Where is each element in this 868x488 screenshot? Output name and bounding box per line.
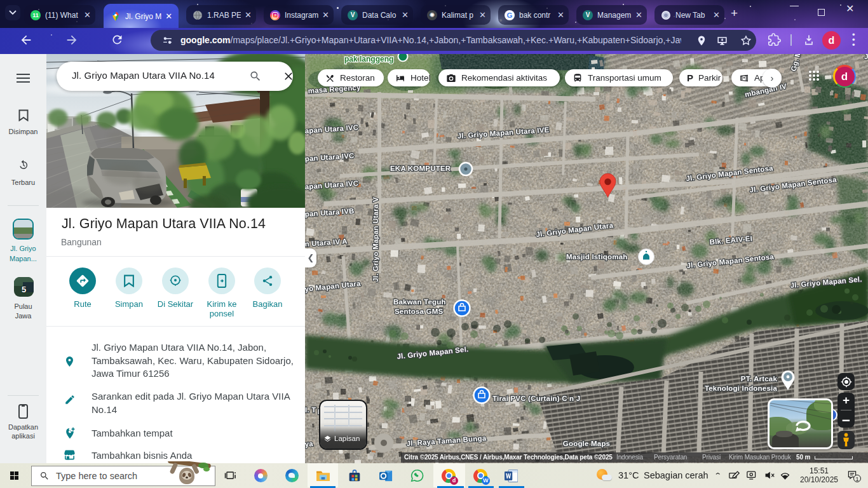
svg-text:apan Utara IVC: apan Utara IVC (305, 123, 359, 135)
svg-text:l. T: l. T (305, 406, 316, 414)
svg-text:ya: ya (305, 440, 314, 448)
svg-text:PT. Artcak: PT. Artcak (741, 375, 778, 383)
svg-text:yo Mapan Utara: yo Mapan Utara (305, 280, 362, 293)
svg-text:Bakwan Teguh: Bakwan Teguh (393, 298, 446, 306)
svg-text:Jl. Griyo Mapan Utara IVE: Jl. Griyo Mapan Utara IVE (457, 126, 550, 140)
svg-text:Jl. Griyo Mapan Utara V: Jl. Griyo Mapan Utara V (372, 197, 379, 282)
svg-text:Teknologi Indonesia: Teknologi Indonesia (705, 384, 778, 392)
svg-text:Sentosa GMS: Sentosa GMS (395, 308, 443, 315)
svg-text:pan Utara IVC: pan Utara IVC (305, 152, 355, 163)
svg-text:Blk. EAIV-EI: Blk. EAIV-EI (709, 234, 752, 246)
svg-text:n Utara IV A: n Utara IV A (305, 237, 348, 248)
svg-text:pak langgeng: pak langgeng (344, 55, 393, 64)
svg-text:Jl. Griyo Mapan Sentosa: Jl. Griyo Mapan Sentosa (686, 253, 775, 269)
svg-text:Jl. Griyo Mapan Sentosa: Jl. Griyo Mapan Sentosa (749, 175, 837, 194)
svg-text:Jl. Raya Taman Bunga: Jl. Raya Taman Bunga (406, 434, 487, 447)
svg-text:Google Maps: Google Maps (563, 440, 610, 447)
svg-text:apan Utara IVC: apan Utara IVC (305, 179, 359, 191)
svg-text:Jl: Jl (864, 54, 868, 60)
svg-text:Jl. Griyo Mapan Sel.: Jl. Griyo Mapan Sel. (790, 275, 862, 289)
svg-text:Masjid Istiqomah: Masjid Istiqomah (566, 253, 628, 261)
svg-text:EKA KOMPUTER: EKA KOMPUTER (390, 165, 451, 172)
svg-text:Tirai PVC (Curtain) C n J: Tirai PVC (Curtain) C n J (492, 395, 580, 402)
svg-text:pan Utara IVB: pan Utara IVB (305, 207, 355, 218)
svg-text:Jl. Griyo Mapan Sentosa: Jl. Griyo Mapan Sentosa (686, 164, 774, 182)
svg-text:Jl. Griyo Mapan Sel.: Jl. Griyo Mapan Sel. (397, 345, 469, 360)
svg-text:Gg. Mus: Gg. Mus (789, 54, 804, 72)
svg-text:Jl. Griyo Mapan Utara: Jl. Griyo Mapan Utara (536, 221, 614, 238)
